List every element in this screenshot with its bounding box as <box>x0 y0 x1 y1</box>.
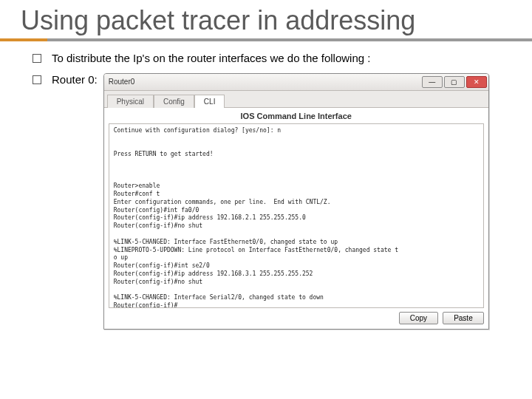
window-title: Router0 <box>109 78 420 86</box>
tab-bar: Physical Config CLI <box>104 91 488 107</box>
close-button[interactable]: ✕ <box>466 76 487 88</box>
maximize-button[interactable]: ▢ <box>444 76 465 88</box>
underline-rest <box>47 38 532 41</box>
tab-cli[interactable]: CLI <box>194 95 225 108</box>
list-item: To distribute the Ip's on the router int… <box>33 52 532 64</box>
paste-button[interactable]: Paste <box>443 312 484 324</box>
cli-subtitle: IOS Command Line Interface <box>109 111 484 123</box>
slide: Using packet tracer in addressing To dis… <box>0 0 532 399</box>
tab-physical[interactable]: Physical <box>107 95 154 108</box>
bullet-icon <box>33 75 41 84</box>
cli-button-row: Copy Paste <box>109 308 484 324</box>
minimize-button[interactable]: — <box>422 76 443 88</box>
bullet-text: Router 0: <box>52 73 98 86</box>
bullet-icon <box>33 54 41 63</box>
tab-body: IOS Command Line Interface Continue with… <box>104 107 488 329</box>
underline-accent <box>0 38 47 41</box>
page-title: Using packet tracer in addressing <box>0 0 532 38</box>
title-underline <box>0 38 532 41</box>
cli-terminal[interactable]: Continue with configuration dialog? [yes… <box>109 123 484 308</box>
bullet-text: To distribute the Ip's on the router int… <box>52 52 370 64</box>
copy-button[interactable]: Copy <box>399 312 438 324</box>
bullet-list: To distribute the Ip's on the router int… <box>0 52 532 330</box>
window-titlebar: Router0 — ▢ ✕ <box>104 74 488 91</box>
list-item: Router 0: Router0 — ▢ ✕ Physical Config … <box>33 73 532 330</box>
packet-tracer-window: Router0 — ▢ ✕ Physical Config CLI IOS Co… <box>103 73 489 330</box>
tab-config[interactable]: Config <box>154 95 194 108</box>
